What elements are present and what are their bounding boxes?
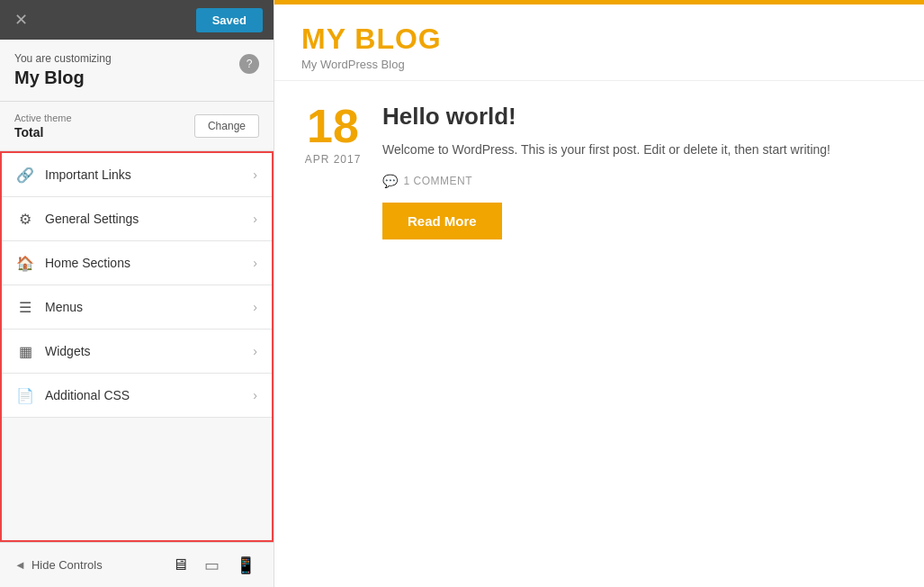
active-theme-name: Total — [14, 125, 72, 140]
home-icon: 🏠 — [16, 254, 34, 272]
customizing-name: My Blog — [14, 68, 112, 88]
customizing-section: You are customizing My Blog ? — [0, 40, 274, 102]
chevron-icon-general-settings: › — [253, 212, 257, 226]
chevron-icon-additional-css: › — [253, 388, 257, 402]
customizing-info: You are customizing My Blog — [14, 52, 112, 88]
link-icon: 🔗 — [16, 166, 34, 184]
menu-item-home-sections[interactable]: 🏠Home Sections› — [2, 241, 272, 285]
blog-subtitle: My WordPress Blog — [301, 58, 897, 71]
desktop-device-button[interactable]: 🖥 — [168, 554, 192, 577]
left-panel: ✕ Saved You are customizing My Blog ? Ac… — [0, 0, 274, 587]
top-bar: ✕ Saved — [0, 0, 274, 40]
mobile-device-button[interactable]: 📱 — [232, 554, 259, 577]
customizing-label: You are customizing — [14, 52, 112, 65]
tablet-device-button[interactable]: ▭ — [201, 554, 223, 577]
menu-item-menus[interactable]: ☰Menus› — [2, 285, 272, 330]
chevron-icon-menus: › — [253, 300, 257, 314]
read-more-button[interactable]: Read More — [382, 203, 502, 239]
menu-item-general-settings[interactable]: ⚙General Settings› — [2, 197, 272, 241]
device-buttons: 🖥 ▭ 📱 — [168, 554, 259, 577]
post-meta: 💬 1 CoMMeNT — [382, 174, 897, 188]
date-block: 18 APR 2017 — [301, 103, 364, 239]
menu-item-important-links[interactable]: 🔗Important Links› — [2, 153, 272, 197]
menu-label-widgets: Widgets — [45, 344, 253, 358]
change-theme-button[interactable]: Change — [194, 114, 259, 138]
hide-controls-button[interactable]: ◄ Hide Controls — [14, 558, 103, 572]
chevron-icon-home-sections: › — [253, 256, 257, 270]
menu-label-general-settings: General Settings — [45, 212, 253, 226]
menu-label-home-sections: Home Sections — [45, 256, 253, 270]
active-theme-section: Active theme Total Change — [0, 102, 274, 151]
menu-label-additional-css: Additional CSS — [45, 388, 253, 402]
menu-item-widgets[interactable]: ▦Widgets› — [2, 330, 272, 374]
active-theme-label: Active theme — [14, 113, 72, 123]
widgets-icon: ▦ — [16, 342, 34, 360]
menu-item-additional-css[interactable]: 📄Additional CSS› — [2, 374, 272, 418]
post-title: Hello world! — [382, 103, 897, 131]
saved-button[interactable]: Saved — [196, 8, 263, 32]
chevron-icon-important-links: › — [253, 167, 257, 182]
comment-icon: 💬 — [382, 174, 399, 188]
gear-icon: ⚙ — [16, 210, 34, 228]
post-excerpt: Welcome to WordPress. This is your first… — [382, 140, 897, 159]
css-icon: 📄 — [16, 386, 34, 404]
right-panel: MY BLOG My WordPress Blog 18 APR 2017 He… — [274, 0, 924, 587]
blog-content: 18 APR 2017 Hello world! Welcome to Word… — [274, 81, 924, 261]
tablet-icon: ▭ — [204, 556, 220, 574]
post-content: Hello world! Welcome to WordPress. This … — [382, 103, 897, 239]
menu-icon: ☰ — [16, 298, 34, 316]
blog-title: MY BLOG — [301, 23, 897, 56]
menu-label-menus: Menus — [45, 300, 253, 314]
bottom-bar: ◄ Hide Controls 🖥 ▭ 📱 — [0, 542, 274, 587]
date-month-year: APR 2017 — [305, 153, 362, 166]
menu-label-important-links: Important Links — [45, 167, 253, 182]
help-button[interactable]: ? — [239, 54, 259, 74]
date-day: 18 — [307, 103, 359, 149]
hide-controls-label: Hide Controls — [31, 558, 103, 572]
close-button[interactable]: ✕ — [11, 10, 31, 30]
blog-header: MY BLOG My WordPress Blog — [274, 5, 924, 81]
hide-controls-icon: ◄ — [14, 558, 26, 572]
desktop-icon: 🖥 — [172, 555, 188, 573]
mobile-icon: 📱 — [236, 556, 256, 574]
active-theme-info: Active theme Total — [14, 113, 72, 140]
comment-count: 1 CoMMeNT — [404, 175, 473, 187]
menu-items-list: 🔗Important Links›⚙General Settings›🏠Home… — [0, 151, 274, 542]
chevron-icon-widgets: › — [253, 344, 257, 358]
